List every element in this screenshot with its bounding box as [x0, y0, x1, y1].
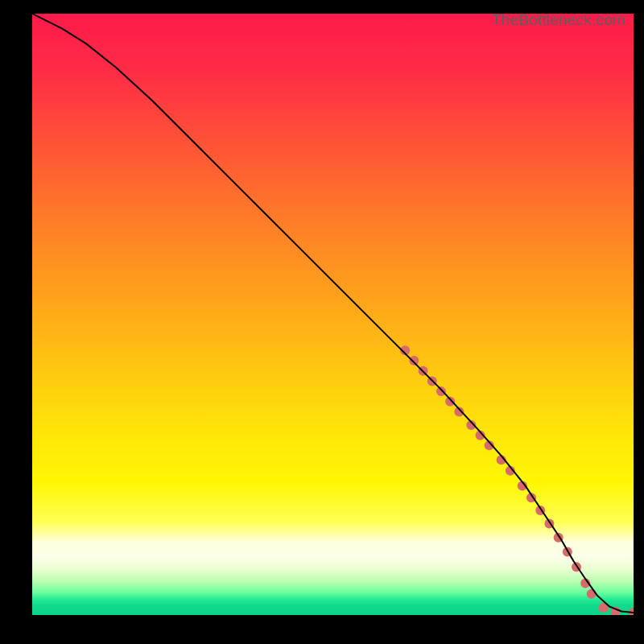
chart-svg [32, 14, 634, 615]
curve-line [32, 14, 634, 613]
plot-area: TheBottleneck.com [32, 14, 634, 615]
watermark-text: TheBottleneck.com [492, 11, 625, 29]
chart-frame: TheBottleneck.com [0, 0, 644, 644]
marker-group [400, 345, 634, 615]
marker-dot [587, 589, 597, 599]
marker-dot [409, 356, 419, 365]
marker-dot [436, 386, 446, 396]
